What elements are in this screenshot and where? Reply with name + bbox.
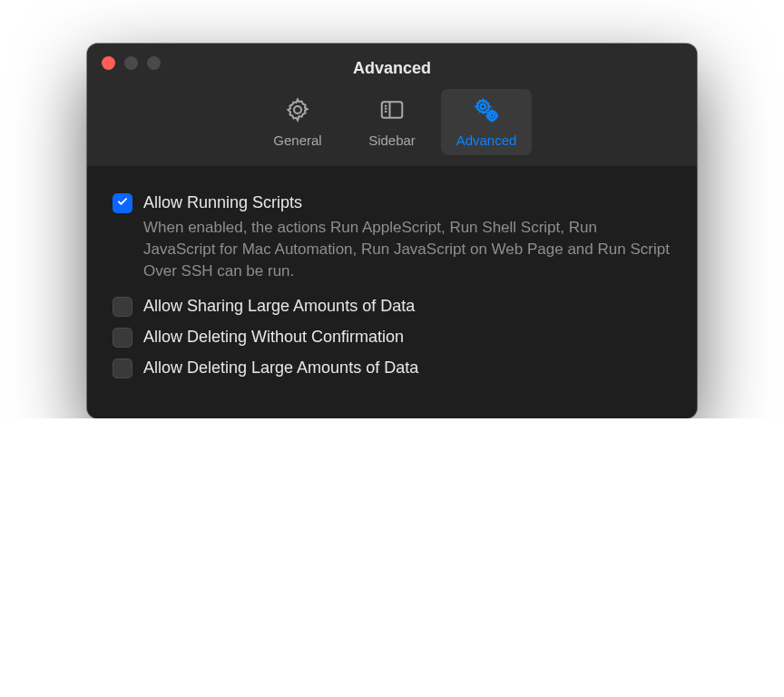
checkbox-allow-deleting-no-confirm[interactable] (113, 328, 132, 348)
setting-text: Allow Deleting Without Confirmation (143, 326, 671, 348)
svg-point-6 (481, 104, 486, 110)
setting-description: When enabled, the actions Run AppleScrip… (143, 217, 671, 282)
window-title: Advanced (102, 59, 682, 78)
svg-point-7 (490, 113, 494, 117)
tab-label: Sidebar (368, 133, 416, 148)
sidebar-icon (378, 96, 406, 127)
gears-icon (473, 96, 500, 127)
tab-sidebar[interactable]: Sidebar (347, 89, 437, 155)
checkbox-allow-sharing-large[interactable] (113, 297, 132, 317)
tab-label: Advanced (456, 133, 517, 148)
setting-label: Allow Running Scripts (143, 191, 671, 213)
setting-allow-deleting-large: Allow Deleting Large Amounts of Data (113, 357, 671, 378)
checkmark-icon (116, 195, 129, 211)
close-button[interactable] (102, 56, 115, 70)
content: Allow Running Scripts When enabled, the … (87, 166, 697, 418)
titlebar: Advanced General (87, 44, 697, 166)
setting-allow-deleting-no-confirm: Allow Deleting Without Confirmation (113, 326, 671, 348)
setting-label: Allow Sharing Large Amounts of Data (143, 295, 671, 317)
setting-label: Allow Deleting Large Amounts of Data (143, 357, 671, 378)
tabs: General Sidebar (87, 80, 697, 155)
preferences-window: Advanced General (87, 44, 697, 418)
tab-general[interactable]: General (252, 89, 343, 155)
setting-allow-running-scripts: Allow Running Scripts When enabled, the … (113, 191, 671, 282)
zoom-button[interactable] (147, 56, 161, 70)
setting-allow-sharing-large: Allow Sharing Large Amounts of Data (113, 295, 671, 317)
svg-point-0 (294, 106, 301, 113)
setting-text: Allow Sharing Large Amounts of Data (143, 295, 671, 317)
traffic-lights (102, 56, 161, 70)
tab-advanced[interactable]: Advanced (441, 89, 532, 155)
checkbox-allow-deleting-large[interactable] (113, 358, 132, 378)
setting-text: Allow Running Scripts When enabled, the … (143, 191, 671, 282)
svg-rect-1 (382, 102, 403, 118)
minimize-button[interactable] (124, 56, 138, 70)
title-row: Advanced (87, 44, 697, 80)
gear-icon (284, 96, 311, 127)
tab-label: General (273, 133, 321, 148)
setting-text: Allow Deleting Large Amounts of Data (143, 357, 671, 378)
setting-label: Allow Deleting Without Confirmation (143, 326, 671, 348)
checkbox-allow-running-scripts[interactable] (113, 193, 132, 213)
